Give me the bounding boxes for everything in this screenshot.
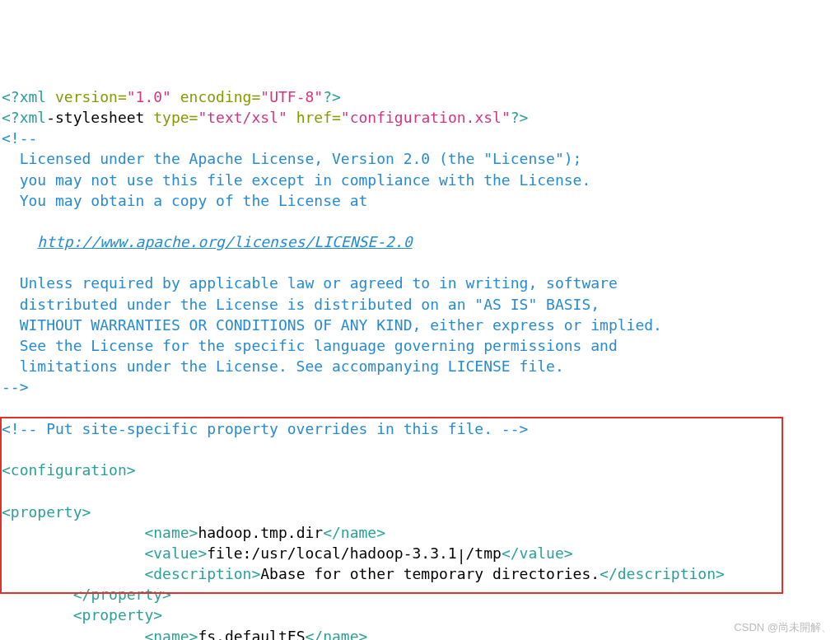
indent [2,524,144,541]
prop1-value-b: /tmp [466,544,502,562]
license-line-8: See the License for the specific languag… [2,337,618,354]
indent [2,606,73,624]
license-line-5: Unless required by applicable law or agr… [2,274,618,292]
description-close-tag: </description> [600,565,725,582]
xml-decl-attrs: version= [46,88,127,105]
prop1-description: Abase for other temporary directories. [260,565,600,582]
license-line-7: WITHOUT WARRANTIES OR CONDITIONS OF ANY … [2,316,662,334]
value-close-tag: </value> [502,544,573,562]
name-open-tag-2: <name> [144,628,198,640]
license-line-6: distributed under the License is distrib… [2,296,600,313]
name-open-tag: <name> [144,524,198,541]
configuration-open-tag: <configuration> [2,461,136,479]
property-close-tag-1: </property> [73,586,171,603]
comment-close: --> [2,378,29,395]
text-cursor-icon: | [457,545,466,562]
indent [2,586,73,603]
value-open-tag: <value> [144,544,207,562]
property-open-tag-1: <property> [2,503,91,521]
name-close-tag: </name> [323,524,385,541]
code-view: <?xml version="1.0" encoding="UTF-8"?> <… [2,86,838,640]
stylesheet-href-val: "configuration.xsl" [341,109,511,126]
stylesheet-type-attr: type= [144,109,198,126]
prop2-name: fs.defaultFS [198,628,305,640]
watermark: CSDN @尚未開解、 [734,620,832,635]
license-line-1: Licensed under the Apache License, Versi… [2,150,581,167]
comment-overrides: <!-- Put site-specific property override… [2,420,528,437]
stylesheet-dash: -stylesheet [46,109,144,126]
license-line-2: you may not use this file except in comp… [2,171,590,189]
license-line-3: You may obtain a copy of the License at [2,192,367,209]
license-line-9: limitations under the License. See accom… [2,357,564,375]
xml-decl-enc-attr: encoding= [171,88,260,105]
name-close-tag-2: </name> [305,628,367,640]
license-link-indent [2,233,37,250]
xml-decl-encoding: "UTF-8" [260,88,323,105]
stylesheet-href-attr: href= [287,109,341,126]
xml-decl-close: ?> [323,88,341,105]
indent [2,565,144,582]
xml-decl-open: <?xml [2,88,46,105]
comment-open: <!-- [2,129,37,147]
stylesheet-open: <?xml [2,109,46,126]
indent [2,544,144,562]
description-open-tag: <description> [144,565,260,582]
stylesheet-close: ?> [511,109,529,126]
indent [2,628,144,640]
stylesheet-type-val: "text/xsl" [198,109,287,126]
property-open-tag-2: <property> [73,606,162,624]
license-link: http://www.apache.org/licenses/LICENSE-2… [37,233,412,250]
prop1-name: hadoop.tmp.dir [198,524,323,541]
xml-decl-version: "1.0" [127,88,171,105]
prop1-value-a: file:/usr/local/hadoop-3.3.1 [207,544,456,562]
